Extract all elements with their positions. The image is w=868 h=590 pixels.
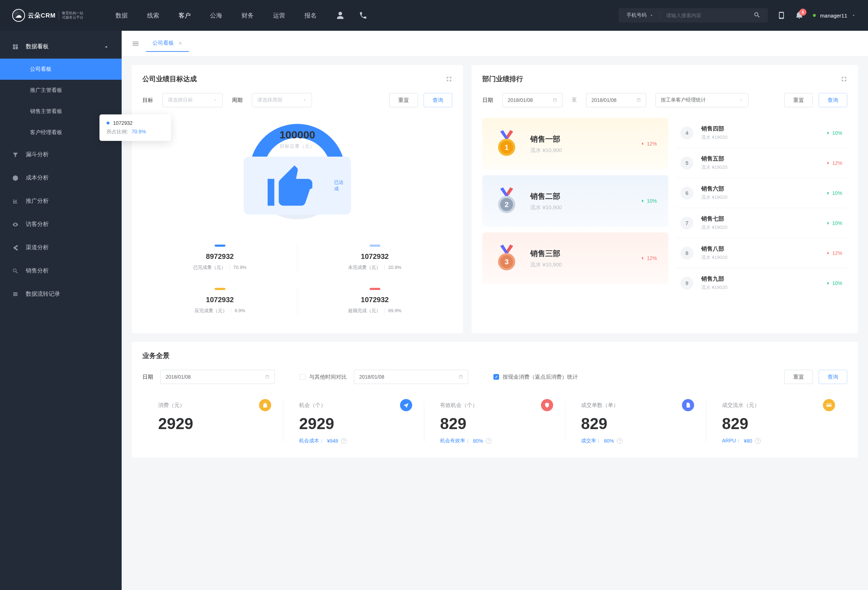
trend-badge: 10% bbox=[826, 220, 842, 226]
sidebar-item[interactable]: 数据流转记录 bbox=[0, 282, 122, 306]
sidebar-group-dashboard[interactable]: 数据看板 bbox=[0, 35, 122, 59]
trend-badge: 10% bbox=[826, 280, 842, 286]
select-period[interactable]: 请选择周期 bbox=[252, 93, 312, 107]
trend-badge: 12% bbox=[641, 255, 657, 261]
rank-row[interactable]: 4 销售四部流水 ¥19020 10% bbox=[676, 118, 847, 148]
podium-item[interactable]: 1 销售一部流水 ¥10,900 12% bbox=[482, 118, 668, 169]
query-button[interactable]: 查询 bbox=[819, 93, 847, 107]
stat-item: 1072932超额完成（元）89.9% bbox=[297, 279, 452, 322]
date-from[interactable]: 2018/01/08 bbox=[502, 93, 562, 107]
sidebar-item[interactable]: 推广分析 bbox=[0, 190, 122, 213]
search-icon[interactable] bbox=[746, 12, 768, 20]
trend-badge: 12% bbox=[826, 250, 842, 256]
metric-icon bbox=[823, 399, 835, 411]
user-icon[interactable] bbox=[336, 11, 345, 20]
target-stats: 8972932已完成量（元）70.9%1072932未完成量（元）20.9%10… bbox=[142, 236, 452, 322]
rank-row[interactable]: 9 销售九部流水 ¥19020 10% bbox=[676, 268, 847, 298]
search-input[interactable] bbox=[660, 13, 746, 18]
query-button[interactable]: 查询 bbox=[424, 93, 452, 107]
date-picker-compare[interactable]: 2018/01/08 bbox=[354, 370, 468, 384]
sidebar-item[interactable]: 渠道分析 bbox=[0, 236, 122, 259]
user-name: manager11 bbox=[820, 13, 847, 19]
rank-number: 7 bbox=[681, 217, 694, 230]
svg-text:2: 2 bbox=[505, 201, 508, 209]
card-title: 业务全景 bbox=[142, 351, 170, 360]
metric-icon bbox=[400, 399, 412, 411]
card-title: 公司业绩目标达成 bbox=[142, 74, 197, 84]
stat-item: 8972932已完成量（元）70.9% bbox=[142, 236, 297, 279]
rank-row[interactable]: 6 销售六部流水 ¥19020 10% bbox=[676, 178, 847, 208]
sidebar-icon bbox=[12, 221, 19, 228]
checkbox-compare[interactable]: 与其他时间对比 bbox=[300, 374, 347, 381]
help-icon[interactable]: ? bbox=[341, 438, 347, 444]
rank-number: 5 bbox=[681, 157, 694, 169]
expand-icon[interactable] bbox=[446, 76, 452, 82]
reset-button[interactable]: 重置 bbox=[389, 93, 418, 107]
phone-icon[interactable] bbox=[359, 11, 368, 20]
status-dot bbox=[813, 14, 816, 17]
sidebar-icon bbox=[12, 268, 19, 274]
help-icon[interactable]: ? bbox=[486, 438, 492, 444]
searchbox: 手机号码 bbox=[619, 8, 768, 22]
metric-card: 成交流水（元） 829ARPU：¥80? bbox=[706, 396, 847, 447]
close-icon[interactable]: ✕ bbox=[178, 40, 183, 46]
trend-badge: 10% bbox=[641, 198, 657, 204]
device-icon[interactable] bbox=[777, 11, 786, 20]
card-ranking: 部门业绩排行 日期 2018/01/08 至 2018/01/08 按工单客户经… bbox=[472, 65, 858, 333]
topnav: ☁ 云朵CRM 教育机构一站式服务云平台 数据线索客户公海财务运营报名 手机号码… bbox=[0, 0, 868, 31]
podium-item[interactable]: 2 销售二部流水 ¥10,900 10% bbox=[482, 175, 668, 227]
sidebar-item[interactable]: 访客分析 bbox=[0, 213, 122, 236]
metric-card: 消费（元） 2929 bbox=[142, 396, 283, 447]
notification-icon[interactable]: 5 bbox=[795, 11, 804, 21]
nav-link[interactable]: 线索 bbox=[147, 12, 159, 20]
nav-link[interactable]: 财务 bbox=[242, 12, 254, 20]
nav-link[interactable]: 数据 bbox=[115, 12, 128, 20]
metric-icon bbox=[541, 399, 553, 411]
sidebar-item[interactable]: 漏斗分析 bbox=[0, 143, 122, 166]
rank-number: 8 bbox=[681, 247, 694, 260]
rank-row[interactable]: 7 销售七部流水 ¥19020 10% bbox=[676, 208, 847, 238]
metric-icon bbox=[682, 399, 694, 411]
date-to[interactable]: 2018/01/08 bbox=[586, 93, 646, 107]
checkbox-icon bbox=[493, 374, 499, 380]
sidebar-item[interactable]: 成本分析 bbox=[0, 166, 122, 190]
rank-row[interactable]: 5 销售五部流水 ¥19020 12% bbox=[676, 148, 847, 178]
checkbox-cash[interactable]: 按现金消费（返点后消费）统计 bbox=[493, 374, 578, 381]
menu-icon[interactable] bbox=[132, 40, 140, 47]
reset-button[interactable]: 重置 bbox=[784, 93, 813, 107]
logo[interactable]: ☁ 云朵CRM 教育机构一站式服务云平台 bbox=[12, 9, 83, 22]
select-goal[interactable]: 请选择目标 bbox=[162, 93, 223, 107]
nav-link[interactable]: 报名 bbox=[304, 12, 317, 20]
sidebar-icon bbox=[12, 152, 19, 158]
help-icon[interactable]: ? bbox=[617, 438, 623, 444]
brand-name: 云朵CRM bbox=[28, 12, 56, 20]
podium-item[interactable]: 3 销售三部流水 ¥10,900 12% bbox=[482, 232, 668, 284]
tab-company-board[interactable]: 公司看板 ✕ bbox=[146, 35, 189, 52]
user-menu[interactable]: manager11 bbox=[813, 13, 856, 19]
metric-card: 成交单数（单） 829成交率：80%? bbox=[565, 396, 706, 447]
sidebar-item[interactable]: 公司看板 bbox=[0, 59, 122, 80]
nav-link[interactable]: 运营 bbox=[273, 12, 285, 20]
sidebar-item[interactable]: 推广主管看板 bbox=[0, 80, 122, 101]
chevron-up-icon bbox=[103, 44, 109, 50]
status-badge: 已达成 bbox=[244, 157, 351, 215]
help-icon[interactable]: ? bbox=[755, 438, 761, 444]
nav-links: 数据线索客户公海财务运营报名 bbox=[115, 12, 317, 20]
sidebar-item[interactable]: 销售分析 bbox=[0, 259, 122, 282]
sidebar-icon bbox=[12, 198, 19, 205]
select-groupby[interactable]: 按工单客户经理统计 bbox=[655, 93, 748, 107]
trend-badge: 12% bbox=[641, 141, 657, 147]
notif-badge: 5 bbox=[799, 9, 806, 16]
nav-link[interactable]: 公海 bbox=[210, 12, 222, 20]
card-target: 公司业绩目标达成 目标 请选择目标 周期 请选择周期 重置 查询 bbox=[132, 65, 463, 333]
chart-tooltip: 1072932 所占比例:70.9% bbox=[99, 115, 171, 141]
search-type-select[interactable]: 手机号码 bbox=[619, 12, 660, 19]
date-picker[interactable]: 2018/01/08 bbox=[160, 370, 275, 384]
reset-button[interactable]: 重置 bbox=[784, 370, 813, 384]
query-button[interactable]: 查询 bbox=[819, 370, 847, 384]
rank-row[interactable]: 8 销售八部流水 ¥19020 12% bbox=[676, 238, 847, 268]
nav-link[interactable]: 客户 bbox=[179, 12, 191, 20]
expand-icon[interactable] bbox=[841, 76, 847, 82]
metric-icon bbox=[259, 399, 271, 411]
metric-card: 有效机会（个） 829机会有效率：80%? bbox=[424, 396, 565, 447]
